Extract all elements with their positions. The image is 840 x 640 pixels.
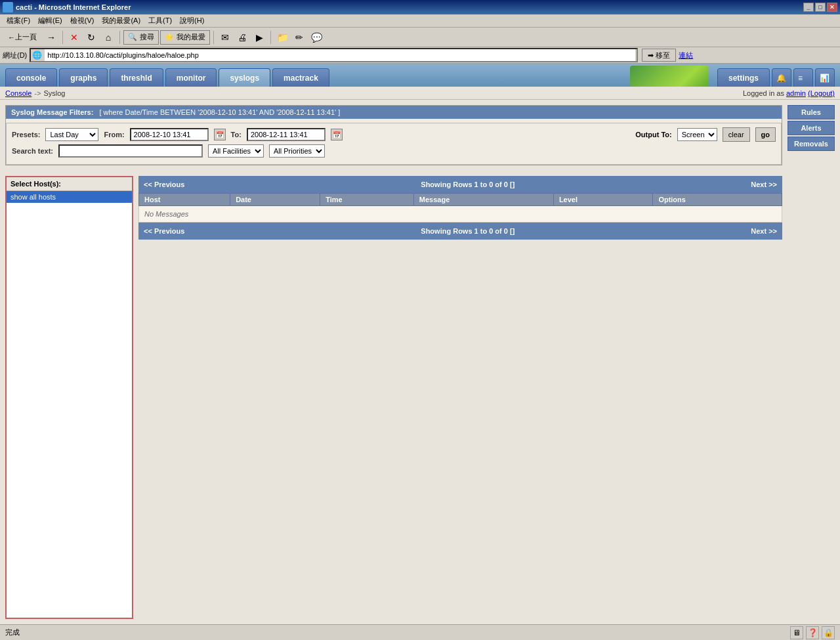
menu-help[interactable]: 說明(H) xyxy=(176,14,208,27)
center-layout: Syslog Message Filters: [ where Date/Tim… xyxy=(0,100,788,624)
nav-right: settings 🔔 ≡ 📊 xyxy=(717,68,835,87)
col-date: Date xyxy=(230,194,320,206)
tab-icon3[interactable]: 📊 xyxy=(815,68,835,87)
tab-mactrack[interactable]: mactrack xyxy=(272,68,329,87)
breadcrumb-sep: -> xyxy=(34,89,41,97)
home-button[interactable]: ⌂ xyxy=(100,30,116,45)
breadcrumb-right: Logged in as admin (Logout) xyxy=(743,89,835,97)
maximize-btn[interactable]: □ xyxy=(815,3,826,12)
rules-sidebar: Rules Alerts Removals xyxy=(788,100,840,624)
main-content: console graphs threshld monitor syslogs … xyxy=(0,64,840,624)
from-label: From: xyxy=(104,131,124,139)
toolbar-separator-1 xyxy=(62,31,63,44)
prev-button-top[interactable]: << Previous xyxy=(144,181,184,188)
tab-syslogs[interactable]: syslogs xyxy=(219,68,270,87)
address-input[interactable] xyxy=(45,49,635,61)
mail-button[interactable]: ✉ xyxy=(217,30,233,45)
address-bar: 網址(D) 🌐 ➡ 移至 連結 xyxy=(0,47,840,64)
status-bar: 完成 🖥 ❓ 🔒 xyxy=(0,624,840,640)
connect-link[interactable]: 連結 xyxy=(679,51,693,60)
status-icons: 🖥 ❓ 🔒 xyxy=(790,626,835,639)
tab-graphs[interactable]: graphs xyxy=(59,68,108,87)
go-filter-button[interactable]: go xyxy=(755,127,776,142)
breadcrumb-left: Console -> Syslog xyxy=(5,89,65,97)
next-button-top[interactable]: Next >> xyxy=(751,181,777,188)
col-options: Options xyxy=(653,194,782,206)
results-area: << Previous Showing Rows 1 to 0 of 0 [] … xyxy=(138,176,782,619)
breadcrumb-console[interactable]: Console xyxy=(5,89,32,97)
rules-button[interactable]: Rules xyxy=(788,105,835,119)
minimize-btn[interactable]: _ xyxy=(803,3,814,12)
tab-console[interactable]: console xyxy=(5,68,57,87)
filter-section: Syslog Message Filters: [ where Date/Tim… xyxy=(0,100,788,171)
tab-icon1[interactable]: 🔔 xyxy=(772,68,791,87)
to-date-input[interactable] xyxy=(247,128,326,141)
table-header-row: Host Date Time Message Level Options xyxy=(139,194,782,206)
facilities-select[interactable]: All Facilities xyxy=(208,144,264,158)
to-calendar-button[interactable]: 📅 xyxy=(331,129,343,140)
filter-row-1: Presets: Last Day Last Hour Last Week La… xyxy=(12,127,776,142)
outer-layout: Syslog Message Filters: [ where Date/Tim… xyxy=(0,100,840,624)
host-selector: Select Host(s): show all hosts xyxy=(5,176,133,619)
tab-settings[interactable]: settings xyxy=(717,68,770,87)
stop-button[interactable]: ✕ xyxy=(66,30,82,45)
menu-edit[interactable]: 編輯(E) xyxy=(34,14,66,27)
window-controls: _ □ ✕ xyxy=(803,3,837,12)
alerts-button[interactable]: Alerts xyxy=(788,121,835,135)
from-date-input[interactable] xyxy=(130,128,209,141)
nav-tabs: console graphs threshld monitor syslogs … xyxy=(0,64,840,87)
showing-rows-bottom: Showing Rows 1 to 0 of 0 [] xyxy=(184,227,751,235)
host-item-all[interactable]: show all hosts xyxy=(7,191,132,203)
host-list: show all hosts xyxy=(7,191,132,618)
toolbar-separator-4 xyxy=(270,31,271,44)
menu-favorites[interactable]: 我的最愛(A) xyxy=(98,14,144,27)
tab-icon2[interactable]: ≡ xyxy=(793,68,813,87)
discuss-button[interactable]: 💬 xyxy=(308,30,324,45)
title-bar: cacti - Microsoft Internet Explorer _ □ … xyxy=(0,0,840,14)
tab-threshld[interactable]: threshld xyxy=(110,68,163,87)
presets-label: Presets: xyxy=(12,131,40,139)
menu-tools[interactable]: 工具(T) xyxy=(144,14,176,27)
forward-button[interactable]: → xyxy=(43,30,59,45)
filter-header: Syslog Message Filters: [ where Date/Tim… xyxy=(6,106,782,119)
filter-where-clause: [ where Date/Time BETWEEN '2008-12-10 13… xyxy=(99,108,340,116)
admin-link[interactable]: admin xyxy=(786,89,806,97)
filter-row-2: Search text: All Facilities All Prioriti… xyxy=(12,144,776,158)
removals-button[interactable]: Removals xyxy=(788,137,835,151)
clear-button[interactable]: clear xyxy=(723,127,750,142)
media-button[interactable]: ▶ xyxy=(251,30,267,45)
col-host: Host xyxy=(139,194,230,206)
go-button[interactable]: ➡ 移至 xyxy=(642,49,676,62)
edit-button[interactable]: ✏ xyxy=(291,30,307,45)
output-label: Output To: xyxy=(635,131,671,139)
results-nav-bottom: << Previous Showing Rows 1 to 0 of 0 [] … xyxy=(138,223,782,240)
results-table: Host Date Time Message Level Options xyxy=(138,193,782,206)
logout-link[interactable]: (Logout) xyxy=(808,89,835,97)
menu-view[interactable]: 檢視(V) xyxy=(66,14,98,27)
prev-button-bottom[interactable]: << Previous xyxy=(144,227,184,235)
back-button[interactable]: ← 上一頁 xyxy=(3,30,42,45)
from-calendar-button[interactable]: 📅 xyxy=(214,129,226,140)
presets-select[interactable]: Last Day Last Hour Last Week Last Month xyxy=(45,128,98,141)
no-messages: No Messages xyxy=(138,206,782,223)
folder-button[interactable]: 📁 xyxy=(274,30,290,45)
search-text-input[interactable] xyxy=(58,144,203,158)
close-btn[interactable]: ✕ xyxy=(827,3,837,12)
content-area: Select Host(s): show all hosts << Previo… xyxy=(0,171,788,624)
tab-monitor[interactable]: monitor xyxy=(165,68,217,87)
priorities-select[interactable]: All Priorities xyxy=(269,144,325,158)
toolbar-separator-2 xyxy=(119,31,120,44)
next-button-bottom[interactable]: Next >> xyxy=(751,227,777,235)
menu-bar: 檔案(F) 編輯(E) 檢視(V) 我的最愛(A) 工具(T) 說明(H) xyxy=(0,14,840,28)
status-icon-2: ❓ xyxy=(806,626,819,639)
status-text: 完成 xyxy=(5,628,785,637)
favorites-button[interactable]: ⭐ 我的最愛 xyxy=(160,30,210,45)
refresh-button[interactable]: ↻ xyxy=(83,30,99,45)
filter-body: Presets: Last Day Last Hour Last Week La… xyxy=(6,123,782,165)
to-label: To: xyxy=(231,131,242,139)
menu-file[interactable]: 檔案(F) xyxy=(3,14,34,27)
results-nav-top: << Previous Showing Rows 1 to 0 of 0 [] … xyxy=(138,176,782,193)
print-button[interactable]: 🖨 xyxy=(234,30,250,45)
search-button[interactable]: 🔍 搜尋 xyxy=(123,30,159,45)
output-select[interactable]: Screen Print xyxy=(677,128,717,141)
